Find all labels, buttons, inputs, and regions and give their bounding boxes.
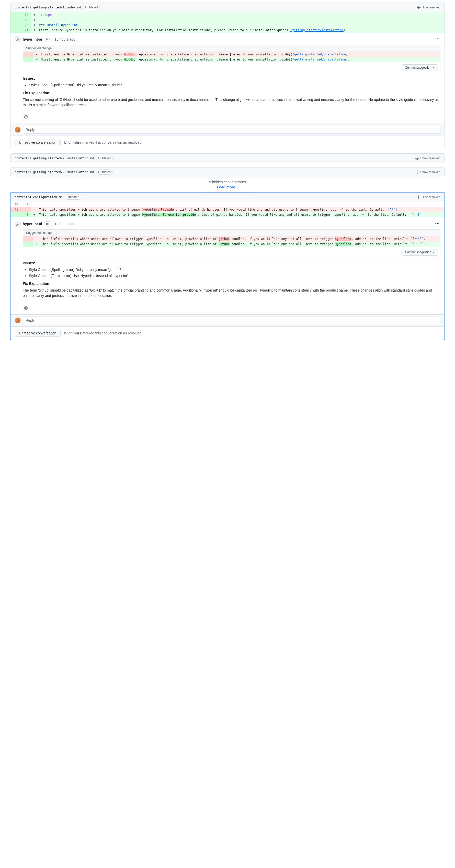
file-header: content/1.getting-started/1.index.md Out… [10,3,445,12]
review-thread: content/4.configuration.md Outdated Hide… [10,192,445,340]
diff-line: 48+ This field specifies which users are… [10,212,445,217]
smiley-icon [24,306,28,310]
show-resolved-button[interactable]: Show resolved [415,170,440,174]
diff-line: 21+ First, ensure Hyperlint is installed… [10,28,445,33]
review-thread-collapsed: content/1.getting-started/2.installation… [10,167,445,177]
file-path[interactable]: content/1.getting-started/2.installation… [15,170,94,174]
unfold-icon [417,195,421,199]
file-path[interactable]: content/1.getting-started/1.index.md [15,6,81,9]
outdated-badge: Outdated [96,169,113,175]
file-path[interactable]: content/1.getting-started/2.installation… [15,156,94,160]
diff-table: 40 47 41- This field specifies which use… [10,202,445,217]
hidden-conversations-divider: 9 hidden conversations Load more... [10,182,445,187]
issue-item: Style Guide - (Spelling-error) Did you r… [29,267,440,272]
diff-line: 18+ ::steps [10,12,445,18]
load-more-box: 9 hidden conversations Load more... [203,177,252,192]
diff-line: 20+ ### Install Hyperlint [10,23,445,28]
resolution-footer: Unresolve conversation bllchmbrs marked … [10,326,445,340]
comment-menu-button[interactable] [434,36,440,43]
file-header: content/1.getting-started/2.installation… [10,167,445,177]
caret-down-icon [432,251,435,253]
svg-point-3 [25,116,28,119]
svg-point-7 [437,223,438,224]
suggestion-box: Suggested change - First, ensure Hyperli… [23,45,440,73]
load-more-link[interactable]: Load more... [209,185,246,189]
kebab-icon [435,37,439,41]
diff-table: 18+ ::steps19+ 20+ ### Install Hyperlint… [10,12,445,33]
suggestion-box: Suggested change - This field specifies … [23,229,440,258]
wand-icon [16,37,20,41]
hide-resolved-button[interactable]: Hide resolved [417,5,440,9]
hidden-count: 9 hidden conversations [209,180,246,184]
wand-icon [16,222,20,226]
comment-author[interactable]: hyperlint-ai [23,222,42,226]
reply-row [10,124,445,135]
issues-heading: Issues: [23,76,440,81]
svg-point-4 [25,117,26,117]
reply-row [10,314,445,326]
reply-input[interactable] [23,126,440,133]
suggestion-header: Suggested change [23,45,440,52]
suggestion-header: Suggested change [23,229,440,237]
fix-explanation: The term 'github' should be capitalized … [23,288,440,299]
svg-point-5 [27,117,27,117]
comment-menu-button[interactable] [434,220,440,227]
issue-item: Style Guide - (Spelling-error) Did you r… [29,83,440,88]
suggestion-diff: - This field specifies which users are a… [23,237,440,247]
svg-point-10 [25,307,26,308]
issue-item: Style Guide - (Terms-error) Use 'Hyperli… [29,273,440,279]
bot-badge: bot [44,221,52,226]
file-header: content/1.getting-started/2.installation… [10,154,445,163]
comment-timestamp[interactable]: 18 hours ago [54,37,76,41]
hide-resolved-button[interactable]: Hide resolved [417,195,440,199]
caret-down-icon [432,66,435,69]
comment: hyperlint-ai bot 18 hours ago Suggested … [10,33,445,124]
svg-point-8 [438,223,439,224]
unfold-icon [417,5,421,9]
issues-list: Style Guide - (Spelling-error) Did you r… [23,267,440,279]
resolved-by-text: bllchmbrs marked this conversation as re… [64,141,142,145]
diff-line: - This field specifies which users are a… [23,237,440,242]
svg-point-11 [27,307,27,308]
kebab-icon [435,221,439,225]
comment-body-text: Issues: Style Guide - (Spelling-error) D… [23,76,440,108]
diff-hunk-header: 40 47 [10,202,445,207]
resolution-footer: Unresolve conversation bllchmbrs marked … [10,135,445,149]
fix-heading: Fix Explanation: [23,91,440,95]
bot-avatar [15,36,21,42]
user-avatar[interactable] [15,317,21,323]
unfold-icon [415,156,419,160]
smiley-icon [24,115,28,119]
fix-explanation: The correct spelling of 'GitHub' should … [23,97,440,108]
file-path[interactable]: content/4.configuration.md [15,195,63,199]
commit-suggestion-button[interactable]: Commit suggestion [402,64,438,71]
comment-author[interactable]: hyperlint-ai [23,37,42,41]
diff-line: + First, ensure Hyperlint is installed o… [23,57,440,62]
svg-point-2 [438,38,439,39]
unresolve-button[interactable]: Unresolve conversation [15,330,61,337]
reply-input[interactable] [23,316,440,324]
fix-heading: Fix Explanation: [23,282,440,286]
diff-line: + This field specifies which users are a… [23,242,440,247]
user-avatar[interactable] [15,127,21,133]
outdated-badge: Outdated [83,5,100,10]
diff-line: 19+ [10,18,445,23]
file-header: content/4.configuration.md Outdated Hide… [10,192,445,202]
show-resolved-button[interactable]: Show resolved [415,156,440,160]
add-reaction-button[interactable] [23,305,29,311]
issues-heading: Issues: [23,261,440,265]
comment-body-text: Issues: Style Guide - (Spelling-error) D… [23,261,440,299]
diff-line: - First, ensure Hyperlint is installed o… [23,52,440,57]
diff-line: 41- This field specifies which users are… [10,207,445,212]
bot-badge: bot [44,37,52,42]
svg-point-9 [25,306,28,310]
issues-list: Style Guide - (Spelling-error) Did you r… [23,83,440,88]
comment: hyperlint-ai bot 18 hours ago Suggested … [10,217,445,314]
commit-suggestion-button[interactable]: Commit suggestion [402,249,438,255]
suggestion-diff: - First, ensure Hyperlint is installed o… [23,52,440,62]
unfold-icon [415,170,419,174]
comment-timestamp[interactable]: 18 hours ago [54,222,76,226]
add-reaction-button[interactable] [23,114,29,121]
unresolve-button[interactable]: Unresolve conversation [15,139,61,146]
resolved-by-text: bllchmbrs marked this conversation as re… [64,331,142,335]
